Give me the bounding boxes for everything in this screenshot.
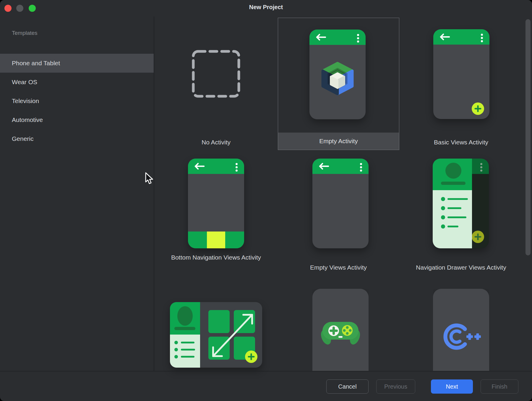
template-label: Navigation Drawer Views Activity [393,263,529,273]
sidebar-item-label: Generic [12,135,34,142]
empty-views-phone-preview [312,159,369,248]
plus-fab-icon [245,351,257,363]
next-button[interactable]: Next [431,379,473,394]
sidebar-item-label: Phone and Tablet [12,60,60,67]
dashed-frame-icon [191,49,241,99]
sidebar-item-automotive[interactable]: Automotive [0,110,154,129]
sidebar-item-label: Automotive [12,116,43,123]
sidebar-item-label: Television [12,97,39,105]
basic-views-phone-preview [433,29,489,119]
app-bar [309,30,366,45]
arrow-cursor-icon [145,172,154,185]
sidebar-item-phone-and-tablet[interactable]: Phone and Tablet [0,54,154,73]
page-title: New Project [0,4,532,11]
template-label: Empty Activity [278,133,399,150]
bottom-nav-phone-preview [188,159,244,248]
vertical-scrollbar[interactable] [525,19,531,255]
previous-button[interactable]: Previous [376,379,415,394]
app-bar [433,29,489,45]
back-arrow-icon [318,163,330,170]
template-label: Empty Views Activity [279,263,398,273]
new-project-dialog: New Project Templates Phone and Tablet W… [0,0,532,401]
finish-button[interactable]: Finish [481,379,518,394]
templates-header: Templates [12,30,38,36]
kebab-menu-icon [360,163,362,172]
cpp-phone-preview [433,289,489,371]
kebab-menu-icon [236,163,238,172]
nav-drawer-icon [433,159,472,248]
plus-fab-icon [472,231,484,243]
compose-cube-icon [319,61,356,96]
cancel-button[interactable]: Cancel [326,379,369,394]
cpp-logo-icon [442,322,483,351]
plus-fab-icon [472,102,484,115]
template-card-native-cpp[interactable] [433,289,489,371]
game-phone-preview [312,289,369,371]
kebab-menu-icon [481,34,483,42]
template-card-game[interactable] [312,289,369,371]
nav-drawer-phone-preview [433,159,489,248]
template-card-no-activity[interactable]: No Activity [160,18,272,150]
empty-activity-phone-preview [309,30,366,119]
footer-divider [0,371,532,371]
template-label: Bottom Navigation Views Activity [166,252,266,263]
app-bar [188,159,244,174]
template-label: Basic Views Activity [403,137,519,147]
template-card-empty-views-activity[interactable]: Empty Views Activity [279,159,398,283]
template-card-basic-views-activity[interactable]: Basic Views Activity [403,18,519,150]
template-card-tablet-grid[interactable] [170,302,262,368]
kebab-menu-icon [480,163,482,172]
kebab-menu-icon [357,34,359,43]
template-label: No Activity [160,137,272,147]
sidebar-item-generic[interactable]: Generic [0,129,154,148]
back-arrow-icon [439,33,450,40]
app-bar [312,159,369,174]
template-card-navigation-drawer-views-activity[interactable]: Navigation Drawer Views Activity [393,159,529,283]
back-arrow-icon [193,163,205,170]
game-controller-icon [321,320,360,347]
sidebar-item-television[interactable]: Television [0,92,154,110]
template-card-bottom-navigation-views-activity[interactable]: Bottom Navigation Views Activity [157,159,275,283]
sidebar-item-wear-os[interactable]: Wear OS [0,73,154,92]
sidebar-item-label: Wear OS [12,79,37,86]
sidebar-divider [154,17,154,371]
bottom-nav-bar [188,232,244,248]
back-arrow-icon [315,34,327,41]
